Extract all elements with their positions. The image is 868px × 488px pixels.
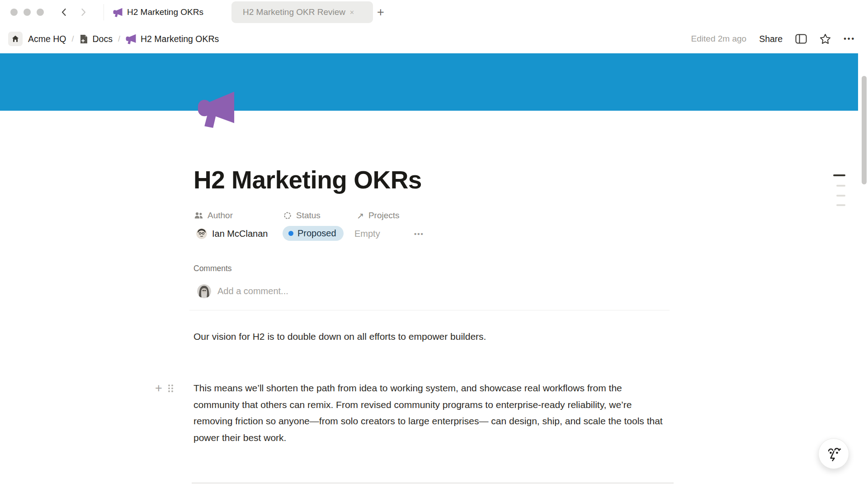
page-title[interactable]: H2 Marketing OKRs <box>193 165 422 194</box>
status-spinner-icon <box>283 211 292 220</box>
property-more-icon[interactable]: ••• <box>414 226 424 241</box>
tab-separator <box>104 4 104 20</box>
section-divider <box>189 310 670 310</box>
breadcrumb-separator: / <box>72 34 74 44</box>
megaphone-icon <box>126 34 136 44</box>
comment-input-row[interactable]: Add a comment... <box>197 284 288 298</box>
breadcrumb-label: Acme HQ <box>28 34 66 44</box>
chevron-left-icon <box>60 8 69 17</box>
arrow-up-right-icon: ↗ <box>357 211 364 221</box>
text-block-2[interactable]: This means we’ll shorten the path from i… <box>193 380 669 446</box>
document-icon <box>80 34 88 44</box>
close-window-button[interactable] <box>10 9 18 16</box>
status-badge[interactable]: Proposed <box>283 226 344 241</box>
block-controls: + <box>155 382 174 394</box>
close-tab-icon[interactable]: ✕ <box>349 9 354 16</box>
window-controls <box>10 9 44 16</box>
text-block-1[interactable]: Our vision for H2 is to double down on a… <box>193 328 667 345</box>
tab-label: H2 Marketing OKRs <box>127 7 203 17</box>
property-label-status[interactable]: Status <box>283 210 321 221</box>
history-back-button[interactable] <box>59 7 70 18</box>
window-tab-bar: H2 Marketing OKRs H2 Marketing OKR Revie… <box>0 0 868 24</box>
add-block-icon[interactable]: + <box>155 382 162 394</box>
breadcrumb-label: H2 Marketing OKRs <box>141 34 219 44</box>
property-value-projects[interactable]: Empty <box>354 226 380 241</box>
tab-label: H2 Marketing OKR Review <box>243 7 345 17</box>
breadcrumb-item-current-page[interactable]: H2 Marketing OKRs <box>125 34 220 44</box>
toc-item[interactable] <box>836 195 845 197</box>
tab-h2-marketing-okr-review[interactable]: H2 Marketing OKR Review ✕ <box>231 1 373 23</box>
status-text: Proposed <box>297 228 336 239</box>
toc-item-active[interactable] <box>833 174 845 176</box>
comment-input[interactable]: Add a comment... <box>217 286 288 296</box>
status-dot-icon <box>288 231 293 236</box>
notion-ai-button[interactable] <box>818 438 849 469</box>
more-options-icon[interactable]: ••• <box>844 35 855 43</box>
property-value-author[interactable]: Ian McClanan <box>196 226 268 241</box>
minimize-window-button[interactable] <box>24 9 31 16</box>
megaphone-icon <box>113 8 123 17</box>
property-label-text: Projects <box>368 211 400 221</box>
toc-item[interactable] <box>836 204 845 206</box>
property-label-author[interactable]: Author <box>194 210 233 221</box>
author-name: Ian McClanan <box>212 229 268 239</box>
history-forward-button[interactable] <box>78 7 89 18</box>
breadcrumb-label: Docs <box>93 34 113 44</box>
drag-handle-icon[interactable] <box>168 384 174 393</box>
current-user-avatar <box>197 284 211 298</box>
property-label-text: Status <box>296 211 321 221</box>
breadcrumb-item-home[interactable] <box>8 32 23 46</box>
home-icon <box>11 35 19 43</box>
new-tab-button[interactable]: + <box>374 5 387 19</box>
breadcrumb-item-docs[interactable]: Docs <box>79 34 113 44</box>
scrollbar-thumb[interactable] <box>862 76 867 184</box>
property-label-projects[interactable]: ↗ Projects <box>357 210 400 221</box>
side-panel-toggle-icon[interactable] <box>795 34 807 44</box>
breadcrumb: Acme HQ / Docs / H2 Marketing OKRs <box>8 24 220 53</box>
content-divider-block <box>192 483 674 483</box>
page-cover <box>0 53 858 111</box>
favorite-star-icon[interactable] <box>820 33 831 44</box>
breadcrumb-separator: / <box>118 34 120 44</box>
people-icon <box>194 212 203 219</box>
header-actions: Edited 2m ago Share ••• <box>691 24 855 53</box>
zoom-window-button[interactable] <box>37 9 44 16</box>
toc-item[interactable] <box>836 185 845 187</box>
breadcrumb-item-workspace[interactable]: Acme HQ <box>27 34 67 44</box>
page-header-bar: Acme HQ / Docs / H2 Marketing OKRs Edite… <box>0 24 868 53</box>
tab-h2-marketing-okrs[interactable]: H2 Marketing OKRs <box>108 0 209 24</box>
comments-heading: Comments <box>193 264 232 273</box>
ai-face-icon <box>826 445 842 462</box>
share-button[interactable]: Share <box>759 34 783 44</box>
chevron-right-icon <box>79 8 88 17</box>
author-avatar <box>196 228 207 239</box>
last-edited-text: Edited 2m ago <box>691 34 747 44</box>
page-megaphone-icon[interactable] <box>197 90 235 128</box>
property-label-text: Author <box>208 211 233 221</box>
